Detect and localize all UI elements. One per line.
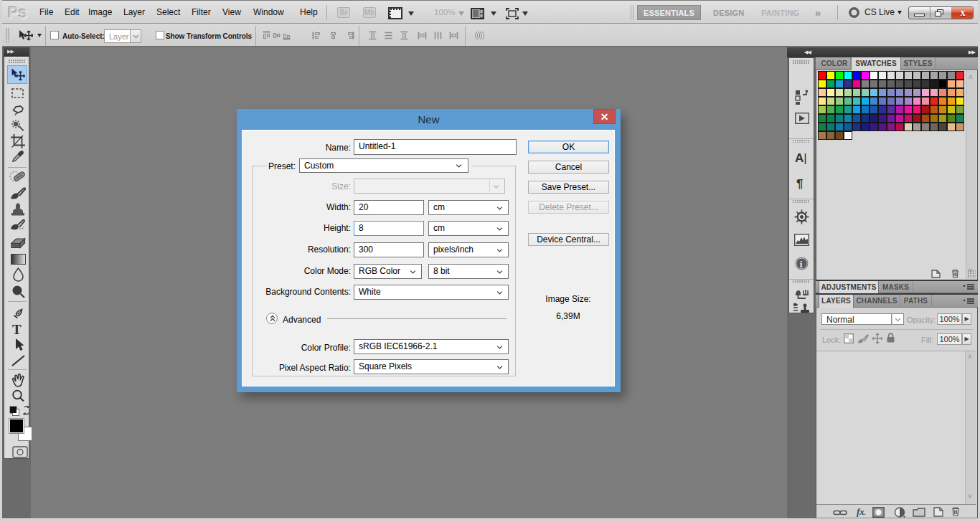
- svg-text:i: i: [800, 259, 803, 270]
- svg-text:T: T: [12, 323, 22, 336]
